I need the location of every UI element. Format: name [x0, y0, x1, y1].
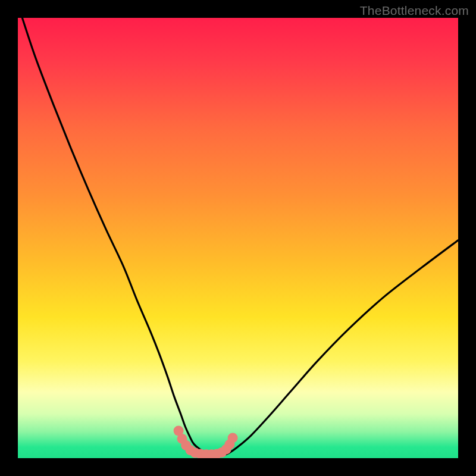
min-region-dot	[228, 433, 238, 443]
chart-frame: TheBottleneck.com	[0, 0, 476, 476]
bottleneck-curve	[18, 18, 458, 458]
watermark-text: TheBottleneck.com	[360, 4, 469, 18]
plot-area	[18, 18, 458, 458]
